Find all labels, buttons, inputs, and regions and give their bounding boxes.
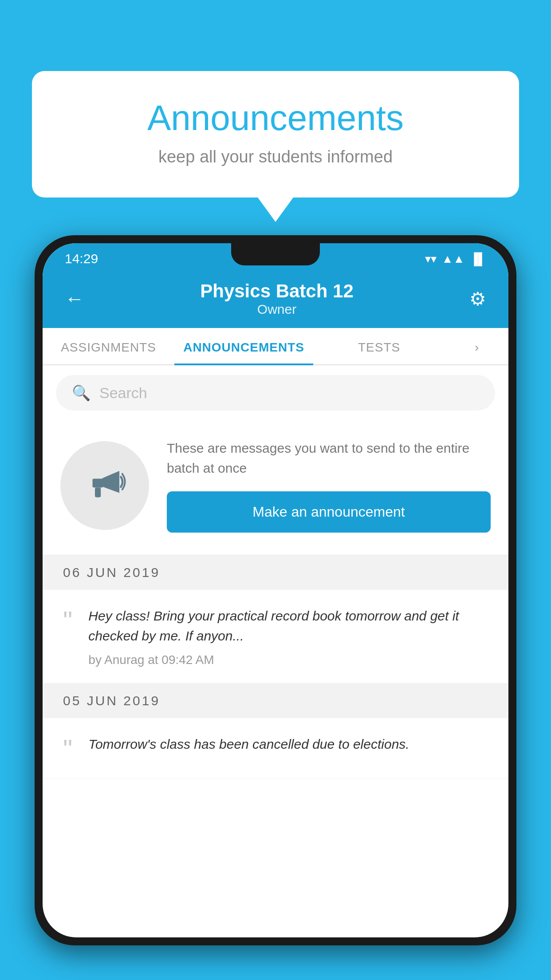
status-time: 14:29 <box>65 251 98 266</box>
empty-state-description: These are messages you want to send to t… <box>167 438 491 478</box>
header-title-container: Physics Batch 12 Owner <box>200 281 354 317</box>
megaphone-circle <box>60 441 149 530</box>
date-header-1: 06 JUN 2019 <box>43 555 508 590</box>
empty-state-right: These are messages you want to send to t… <box>167 438 491 533</box>
quote-icon-1: " <box>63 608 72 634</box>
wifi-icon: ▾▾ <box>425 252 437 266</box>
megaphone-icon <box>80 461 129 510</box>
search-section: 🔍 Search <box>43 365 508 420</box>
status-icons: ▾▾ ▲▲ ▐▌ <box>425 252 486 266</box>
tab-assignments[interactable]: ASSIGNMENTS <box>43 328 174 364</box>
speech-bubble-section: Announcements keep all your students inf… <box>32 71 519 222</box>
signal-icon: ▲▲ <box>442 252 464 266</box>
svg-rect-2 <box>95 487 101 497</box>
bubble-arrow <box>258 198 293 222</box>
search-bar[interactable]: 🔍 Search <box>56 375 495 411</box>
battery-icon: ▐▌ <box>470 252 486 266</box>
announcement-content-2: Tomorrow's class has been cancelled due … <box>88 734 488 761</box>
svg-marker-0 <box>102 471 120 493</box>
tab-tests[interactable]: TESTS <box>313 328 445 364</box>
phone-screen: 14:29 ▾▾ ▲▲ ▐▌ ← Physics Batch 12 Owner … <box>43 243 508 937</box>
back-button[interactable]: ← <box>65 288 84 310</box>
date-label-1: 06 JUN 2019 <box>63 565 160 580</box>
empty-state: These are messages you want to send to t… <box>43 420 508 555</box>
phone-notch <box>231 243 320 265</box>
bubble-subtitle: keep all your students informed <box>67 147 484 166</box>
phone-container: 14:29 ▾▾ ▲▲ ▐▌ ← Physics Batch 12 Owner … <box>35 235 516 980</box>
tabs-bar: ASSIGNMENTS ANNOUNCEMENTS TESTS › <box>43 328 508 365</box>
announcement-text-2: Tomorrow's class has been cancelled due … <box>88 734 488 754</box>
settings-button[interactable]: ⚙ <box>469 288 486 310</box>
quote-icon-2: " <box>63 736 72 763</box>
batch-role: Owner <box>200 302 354 317</box>
phone-outer: 14:29 ▾▾ ▲▲ ▐▌ ← Physics Batch 12 Owner … <box>35 235 516 945</box>
date-header-2: 05 JUN 2019 <box>43 684 508 718</box>
batch-title: Physics Batch 12 <box>200 281 354 302</box>
svg-rect-1 <box>93 478 103 487</box>
announcement-item-2[interactable]: " Tomorrow's class has been cancelled du… <box>43 718 508 779</box>
make-announcement-button[interactable]: Make an announcement <box>167 491 491 533</box>
announcement-content-1: Hey class! Bring your practical record b… <box>88 606 488 667</box>
search-placeholder: Search <box>99 384 147 402</box>
speech-bubble: Announcements keep all your students inf… <box>32 71 519 198</box>
announcement-meta-1: by Anurag at 09:42 AM <box>88 653 488 667</box>
date-label-2: 05 JUN 2019 <box>63 693 160 708</box>
search-icon: 🔍 <box>72 384 91 402</box>
tab-announcements[interactable]: ANNOUNCEMENTS <box>174 328 313 364</box>
announcement-text-1: Hey class! Bring your practical record b… <box>88 606 488 646</box>
announcement-item-1[interactable]: " Hey class! Bring your practical record… <box>43 590 508 684</box>
tab-more[interactable]: › <box>445 328 508 364</box>
bubble-title: Announcements <box>67 98 484 138</box>
app-header: ← Physics Batch 12 Owner ⚙ <box>43 272 508 328</box>
